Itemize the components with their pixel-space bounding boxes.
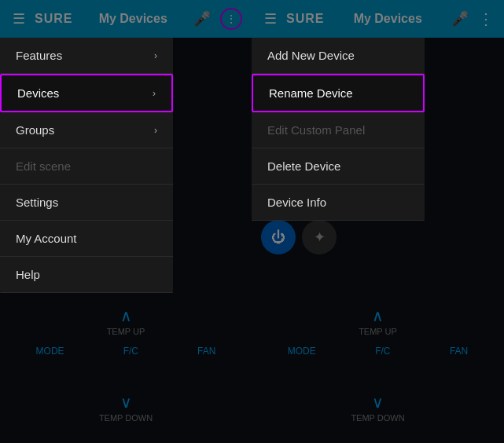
right-menu-delete[interactable]: Delete Device — [252, 148, 425, 185]
right-content: ☰ SURE My Devices 🎤 ⋮ MECOOL SAMSUN A — [252, 0, 504, 443]
left-panel: ☰ SURE My Devices 🎤 ⋮ MECOOL SAMSUN — [0, 0, 252, 443]
right-dropdown-menu: Add New Device Rename Device Edit Custom… — [252, 38, 425, 221]
right-menu-add-device[interactable]: Add New Device — [252, 38, 425, 74]
menu-settings[interactable]: Settings — [0, 185, 173, 221]
menu-help[interactable]: Help — [0, 257, 173, 293]
menu-my-account[interactable]: My Account — [0, 221, 173, 257]
add-device-label: Add New Device — [267, 49, 355, 62]
edit-scene-label: Edit scene — [16, 159, 71, 173]
info-label: Device Info — [267, 196, 326, 209]
features-label: Features — [16, 49, 62, 62]
groups-label: Groups — [16, 123, 54, 137]
rename-label: Rename Device — [269, 86, 353, 100]
menu-features[interactable]: Features › — [0, 38, 173, 74]
menu-edit-scene: Edit scene — [0, 148, 173, 185]
features-chevron: › — [154, 50, 157, 61]
edit-panel-label: Edit Custom Panel — [267, 123, 365, 137]
help-label: Help — [16, 268, 40, 281]
devices-chevron: › — [153, 88, 156, 99]
right-menu-info[interactable]: Device Info — [252, 185, 425, 221]
right-menu-rename[interactable]: Rename Device — [252, 74, 425, 112]
groups-chevron: › — [154, 125, 157, 136]
settings-label: Settings — [16, 196, 58, 209]
devices-label: Devices — [17, 86, 59, 100]
left-content: ☰ SURE My Devices 🎤 ⋮ MECOOL SAMSUN — [0, 0, 252, 443]
right-panel: ☰ SURE My Devices 🎤 ⋮ MECOOL SAMSUN A — [252, 0, 504, 443]
right-menu-edit-panel: Edit Custom Panel — [252, 112, 425, 148]
left-dropdown-menu: Features › Devices › Groups › Edit scene… — [0, 38, 173, 293]
menu-devices[interactable]: Devices › — [0, 74, 173, 112]
delete-label: Delete Device — [267, 159, 340, 173]
menu-groups[interactable]: Groups › — [0, 112, 173, 148]
my-account-label: My Account — [16, 232, 77, 245]
